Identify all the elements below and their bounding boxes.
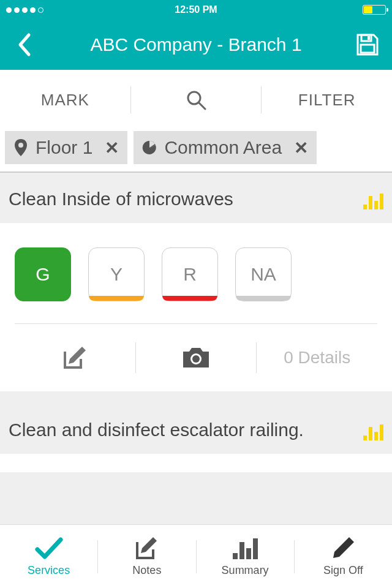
bars-icon [363, 423, 383, 440]
task-header[interactable]: Clean Inside of microwaves [0, 173, 392, 218]
page-title: ABC Company - Branch 1 [38, 34, 354, 55]
action-toolbar: MARK FILTER [0, 74, 392, 126]
rating-row: G Y R NA [15, 247, 377, 301]
card-actions: 0 Details [15, 324, 377, 391]
back-button[interactable] [11, 31, 38, 58]
floppy-disk-icon [355, 32, 380, 57]
nav-label: Summary [222, 564, 269, 577]
task-card: G Y R NA 0 Details [0, 223, 392, 391]
chevron-left-icon [17, 32, 32, 57]
status-time: 12:50 PM [175, 4, 217, 15]
nav-signoff[interactable]: Sign Off [295, 536, 392, 577]
chip-label: Floor 1 [36, 137, 92, 158]
camera-button[interactable] [136, 345, 257, 370]
chip-area[interactable]: Common Area ✕ [134, 131, 317, 164]
svg-point-7 [192, 355, 200, 363]
app-header: ABC Company - Branch 1 [0, 20, 392, 70]
nav-label: Sign Off [323, 564, 363, 577]
edit-icon [135, 536, 159, 560]
pie-icon [142, 140, 157, 155]
svg-point-5 [18, 143, 23, 148]
rating-yellow-button[interactable]: Y [88, 247, 145, 301]
chip-label: Common Area [164, 137, 282, 158]
task-title: Clean Inside of microwaves [9, 189, 233, 209]
nav-label: Services [28, 564, 70, 577]
task-title: Clean and disinfect escalator railing. [9, 420, 304, 440]
task-card [0, 454, 392, 472]
close-icon[interactable]: ✕ [294, 138, 308, 158]
pin-icon [13, 140, 28, 155]
close-icon[interactable]: ✕ [105, 138, 119, 158]
camera-icon [181, 345, 211, 370]
chip-floor[interactable]: Floor 1 ✕ [5, 131, 127, 164]
check-icon [35, 536, 63, 560]
svg-rect-1 [368, 36, 370, 40]
status-bar: 12:50 PM [0, 0, 392, 20]
bars-icon [363, 192, 383, 209]
save-button[interactable] [354, 31, 381, 58]
search-button[interactable] [131, 85, 262, 115]
edit-icon [61, 344, 88, 371]
pencil-icon [331, 536, 355, 560]
task-list: Clean Inside of microwaves G Y R NA [0, 173, 392, 524]
edit-note-button[interactable] [15, 344, 135, 371]
nav-summary[interactable]: Summary [197, 536, 294, 577]
svg-line-4 [199, 103, 205, 109]
filter-button[interactable]: FILTER [262, 85, 392, 115]
signal-dots-icon [6, 7, 43, 13]
filter-chips: Floor 1 ✕ Common Area ✕ [0, 126, 392, 173]
rating-na-button[interactable]: NA [235, 247, 292, 301]
bottom-nav: Services Notes Summary [0, 524, 392, 588]
bars-icon [233, 537, 258, 559]
svg-rect-2 [361, 45, 374, 53]
rating-good-button[interactable]: G [15, 247, 71, 301]
battery-icon [363, 5, 386, 15]
nav-notes[interactable]: Notes [98, 536, 195, 577]
nav-services[interactable]: Services [0, 536, 97, 577]
details-button[interactable]: 0 Details [257, 348, 377, 368]
task-header[interactable]: Clean and disinfect escalator railing. [0, 404, 392, 449]
mark-button[interactable]: MARK [0, 85, 130, 115]
rating-red-button[interactable]: R [162, 247, 218, 301]
nav-label: Notes [132, 564, 161, 577]
search-icon [186, 89, 206, 110]
